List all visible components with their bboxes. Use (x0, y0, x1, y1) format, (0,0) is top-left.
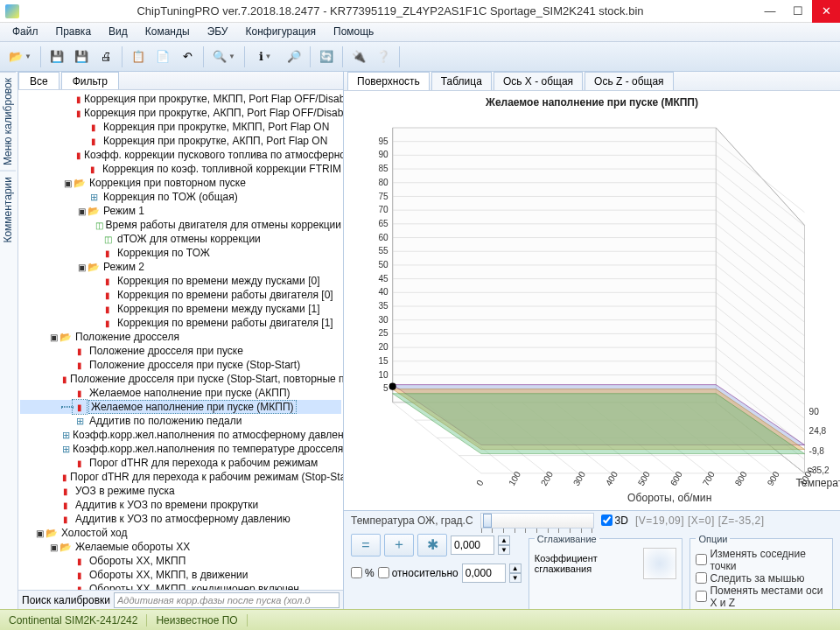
opt-follow-mouse-checkbox[interactable]: Следить за мышью (696, 572, 827, 584)
save-all-button[interactable]: 💾 (71, 46, 92, 67)
righttab-1[interactable]: Таблица (431, 72, 492, 90)
tree-item[interactable]: Коррекция по времени работы двигателя [0… (20, 288, 341, 302)
find-button[interactable]: 🔎 (284, 46, 304, 67)
compare-button[interactable]: 🔍▼ (209, 46, 239, 67)
calibration-tree[interactable]: Коррекция при прокрутке, МКПП, Port Flap… (18, 90, 343, 590)
menu-ЭБУ[interactable]: ЭБУ (199, 23, 237, 41)
tree-item[interactable]: ▣Режим 2 (20, 260, 341, 274)
menu-Команды[interactable]: Команды (136, 23, 199, 41)
tree-item[interactable]: Коррекция по времени между пусками [1] (20, 302, 341, 316)
undo-button[interactable]: ↶ (177, 46, 198, 67)
opt-neighbors-checkbox[interactable]: Изменять соседние точки (696, 548, 827, 572)
righttab-2[interactable]: Ось X - общая (494, 72, 583, 90)
tree-item[interactable]: Аддитив по положению педали (20, 414, 341, 428)
tree-item[interactable]: Положение дросселя при пуске (Stop-Start… (20, 358, 341, 372)
tree-item[interactable]: Коэфф.корр.жел.наполнения по атмосферном… (20, 428, 341, 442)
tree-item[interactable]: Порог dTHR для перехода к рабочим режима… (20, 456, 341, 470)
tree-item[interactable]: Коэфф.корр.жел.наполнения по температуре… (20, 442, 341, 456)
tree-item[interactable]: ▣Холостой ход (20, 526, 341, 540)
tree-item[interactable]: ▣Положение дросселя (20, 330, 341, 344)
tree-item[interactable]: Время работы двигателя для отмены коррек… (20, 218, 341, 232)
status-bar: Continental SIM2K-241/242 Неизвестное ПО (0, 609, 840, 630)
opt-swap-axes-checkbox[interactable]: Поменять местами оси X и Z (696, 584, 827, 609)
paste-button[interactable]: 📄 (152, 46, 173, 67)
sidetab-0[interactable]: Меню калибровок (0, 72, 16, 171)
righttab-0[interactable]: Поверхность (347, 72, 430, 90)
tree-item[interactable]: dТОЖ для отмены коррекции (20, 232, 341, 246)
svg-text:400: 400 (604, 470, 620, 487)
svg-text:500: 500 (636, 470, 652, 487)
relative-input[interactable] (462, 564, 506, 583)
tree-item[interactable]: Коррекция при прокрутке, МКПП, Port Flap… (20, 120, 341, 134)
lefttab-Фильтр[interactable]: Фильтр (61, 72, 119, 89)
menu-Вид[interactable]: Вид (100, 23, 136, 41)
righttab-3[interactable]: Ось Z - общая (584, 72, 674, 90)
svg-text:35: 35 (378, 301, 388, 311)
tree-item[interactable]: ▣Коррекция при повторном пуске (20, 176, 341, 190)
tree-item[interactable]: ▣Желаемые обороты ХХ (20, 540, 341, 554)
tree-item[interactable]: Коррекция по коэф. топливной коррекции F… (20, 162, 341, 176)
equals-button[interactable]: = (351, 534, 381, 556)
search-input[interactable] (114, 592, 340, 608)
tree-item[interactable]: Коррекция при прокрутке, МКПП, Port Flap… (20, 92, 341, 106)
spin-down-button[interactable]: ▼ (498, 545, 510, 555)
tree-item[interactable]: Коррекция по времени работы двигателя [1… (20, 316, 341, 330)
svg-text:75: 75 (378, 192, 388, 201)
tree-item[interactable]: Коррекция по ТОЖ (20, 246, 341, 260)
reload-button[interactable]: 🔄 (316, 46, 337, 67)
tree-item[interactable]: Коррекция при прокрутке, АКПП, Port Flap… (20, 106, 341, 120)
tree-item[interactable]: Положение дросселя при пуске (20, 344, 341, 358)
rel-spin-down-button[interactable]: ▼ (509, 573, 522, 583)
tree-item[interactable]: Положение дросселя при пуске (Stop-Start… (20, 372, 341, 386)
svg-text:20: 20 (378, 342, 388, 352)
menu-Конфигурация[interactable]: Конфигурация (236, 23, 325, 41)
temp-slider[interactable] (480, 513, 594, 528)
options-panel: Опции Изменять соседние точки Следить за… (690, 534, 833, 609)
tree-item[interactable]: Обороты ХХ, МКПП. кондиционер включен (20, 582, 341, 590)
tree-item[interactable]: Коэфф. коррекции пускового топлива по ат… (20, 148, 341, 162)
menu-Правка[interactable]: Правка (47, 23, 101, 41)
spin-up-button[interactable]: ▲ (498, 536, 510, 545)
surface-chart[interactable]: Желаемое наполнение при пуске (МКПП) (344, 91, 840, 510)
sidetab-1[interactable]: Комментарии (0, 171, 16, 248)
menu-Файл[interactable]: Файл (4, 23, 47, 41)
multiply-button[interactable]: ✱ (417, 534, 447, 556)
percent-checkbox[interactable]: % (351, 567, 374, 579)
rel-spin-up-button[interactable]: ▲ (509, 564, 522, 573)
smoothing-panel: Сглаживание Коэффициент сглаживания (528, 534, 683, 609)
svg-text:90: 90 (809, 407, 820, 416)
3d-checkbox[interactable]: 3D (601, 514, 628, 527)
plus-button[interactable]: ＋ (384, 534, 414, 556)
maximize-button[interactable]: ☐ (784, 0, 812, 23)
tree-item[interactable]: Порог dTHR для перехода к рабочим режима… (20, 470, 341, 484)
copy-button[interactable]: 📋 (128, 46, 149, 67)
tree-item[interactable]: Аддитив к УОЗ по атмосферному давлению (20, 512, 341, 526)
print-button[interactable]: 🖨 (95, 46, 116, 67)
relative-checkbox[interactable]: относительно (378, 567, 458, 579)
tree-item[interactable]: ▣Режим 1 (20, 204, 341, 218)
info-button[interactable]: ℹ▼ (250, 46, 280, 67)
menu-Помощь[interactable]: Помощь (325, 23, 382, 41)
value-input[interactable] (451, 536, 494, 555)
chart-icon (101, 246, 115, 260)
tree-item[interactable]: Желаемое наполнение при пуске (МКПП) (20, 400, 341, 414)
tree-item[interactable]: Коррекция при прокрутке, АКПП, Port Flap… (20, 134, 341, 148)
svg-text:700: 700 (701, 470, 717, 487)
open-button[interactable]: 📂▼ (5, 46, 35, 67)
tree-item[interactable]: Коррекция по времени между пусками [0] (20, 274, 341, 288)
tree-item[interactable]: Коррекция по ТОЖ (общая) (20, 190, 341, 204)
tree-item[interactable]: Обороты ХХ, МКПП, в движении (20, 568, 341, 582)
tree-item[interactable]: Обороты ХХ, МКПП (20, 554, 341, 568)
lefttab-Все[interactable]: Все (18, 72, 60, 89)
smoothing-preview-icon[interactable] (643, 548, 677, 579)
connect-button[interactable]: 🔌 (348, 46, 369, 67)
save-button[interactable]: 💾 (46, 46, 67, 67)
minimize-button[interactable]: — (756, 0, 784, 23)
plot-icon (62, 442, 70, 456)
close-button[interactable]: ✕ (812, 0, 840, 23)
tree-item[interactable]: Аддитив к УОЗ по времени прокрутки (20, 498, 341, 512)
tree-item[interactable]: УОЗ в режиме пуска (20, 484, 341, 498)
chart-icon (73, 386, 87, 400)
tree-item[interactable]: Желаемое наполнение при пуске (АКПП) (20, 386, 341, 400)
help-button[interactable]: ❔ (373, 46, 394, 67)
